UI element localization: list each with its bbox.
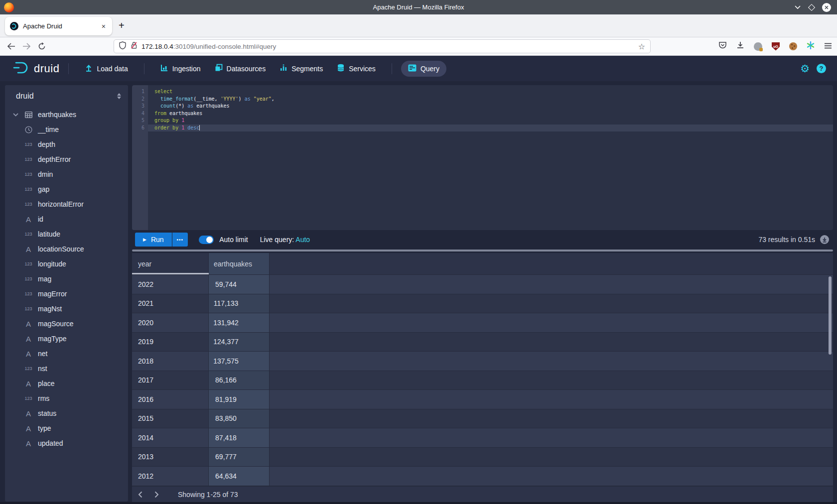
column-item-type[interactable]: Atype <box>5 421 128 436</box>
window-chevron-icon[interactable] <box>794 5 801 9</box>
tab-apache-druid[interactable]: Apache Druid × <box>5 17 112 35</box>
number-type-icon: 123 <box>22 157 35 162</box>
cell-earthquakes[interactable]: 83,850 <box>209 409 270 428</box>
line-number: 4 <box>132 110 148 118</box>
column-item-depth[interactable]: 123depth <box>5 137 128 152</box>
cell-earthquakes[interactable]: 124,377 <box>209 333 270 352</box>
column-item-latitude[interactable]: 123latitude <box>5 227 128 242</box>
cell-year[interactable]: 2022 <box>132 275 209 294</box>
column-item-updated[interactable]: Aupdated <box>5 436 128 451</box>
column-item-mag[interactable]: 123mag <box>5 271 128 286</box>
nav-services[interactable]: Services <box>330 61 383 77</box>
nav-load-data[interactable]: Load data <box>78 61 135 77</box>
next-page-icon[interactable] <box>148 491 165 498</box>
table-row: 201487,418 <box>132 428 833 448</box>
download-results-icon[interactable] <box>820 235 829 244</box>
chevron-down-icon[interactable] <box>9 113 22 117</box>
column-item-magNst[interactable]: 123magNst <box>5 301 128 316</box>
column-label: longitude <box>38 260 66 268</box>
column-item-magError[interactable]: 123magError <box>5 286 128 301</box>
extension-icon[interactable] <box>754 42 762 51</box>
back-icon[interactable] <box>7 43 15 50</box>
more-options-button[interactable]: ••• <box>172 233 188 247</box>
column-label: nst <box>38 365 47 373</box>
cell-earthquakes[interactable]: 81,919 <box>209 390 270 409</box>
nav-query[interactable]: Query <box>401 61 446 77</box>
downloads-icon[interactable] <box>736 41 744 51</box>
menu-hamburger-icon[interactable] <box>824 42 832 51</box>
vertical-scrollbar[interactable] <box>829 276 832 355</box>
cell-earthquakes[interactable]: 87,418 <box>209 428 270 447</box>
url-bar[interactable]: 172.18.0.4:30109/unified-console.html#qu… <box>114 39 651 53</box>
sort-double-caret-icon[interactable] <box>117 93 121 99</box>
column-item-gap[interactable]: 123gap <box>5 182 128 197</box>
auto-limit-toggle[interactable] <box>199 236 214 244</box>
column-item-dmin[interactable]: 123dmin <box>5 167 128 182</box>
new-tab-button[interactable]: + <box>119 20 125 30</box>
nav-ingestion[interactable]: Ingestion <box>153 61 208 77</box>
code-line: count(*) as earthquakes <box>148 103 833 110</box>
column-item-horizontalError[interactable]: 123horizontalError <box>5 197 128 212</box>
cell-year[interactable]: 2020 <box>132 313 209 332</box>
column-item-locationSource[interactable]: AlocationSource <box>5 242 128 256</box>
table-row: 201369,777 <box>132 448 833 467</box>
column-item-__time[interactable]: __time <box>5 122 128 137</box>
cell-year[interactable]: 2017 <box>132 371 209 390</box>
editor-gutter: 123456 <box>132 85 148 230</box>
column-header-earthquakes[interactable]: earthquakes <box>209 253 270 274</box>
cell-earthquakes[interactable]: 137,575 <box>209 352 270 371</box>
cell-earthquakes[interactable]: 86,166 <box>209 371 270 390</box>
prev-page-icon[interactable] <box>132 491 148 498</box>
cell-year[interactable]: 2012 <box>132 467 209 486</box>
colorways-asterisk-icon[interactable] <box>807 41 815 51</box>
druid-brand[interactable]: druid <box>13 61 59 76</box>
cell-earthquakes[interactable]: 64,634 <box>209 467 270 486</box>
sql-editor[interactable]: 123456 select time_format(__time, 'YYYY'… <box>132 85 833 230</box>
cell-year[interactable]: 2019 <box>132 333 209 352</box>
column-label: id <box>38 215 43 223</box>
editor-code[interactable]: select time_format(__time, 'YYYY') as "y… <box>148 85 833 230</box>
cell-year[interactable]: 2015 <box>132 409 209 428</box>
cell-earthquakes[interactable]: 117,133 <box>209 294 270 313</box>
column-header-year[interactable]: year <box>132 253 209 274</box>
column-item-status[interactable]: Astatus <box>5 406 128 421</box>
column-item-magType[interactable]: AmagType <box>5 331 128 346</box>
pocket-icon[interactable] <box>718 41 727 51</box>
tracking-shield-icon[interactable] <box>119 41 126 51</box>
cell-earthquakes[interactable]: 59,744 <box>209 275 270 294</box>
cell-year[interactable]: 2021 <box>132 294 209 313</box>
tab-close-icon[interactable]: × <box>100 22 107 30</box>
cell-year[interactable]: 2013 <box>132 448 209 467</box>
nav-datasources[interactable]: Datasources <box>208 61 273 77</box>
forward-icon[interactable] <box>22 43 31 50</box>
nav-segments[interactable]: Segments <box>273 61 330 77</box>
cell-earthquakes[interactable]: 69,777 <box>209 448 270 467</box>
column-label: type <box>38 424 51 432</box>
cell-year[interactable]: 2016 <box>132 390 209 409</box>
help-icon[interactable]: ? <box>817 64 826 73</box>
column-item-rms[interactable]: 123rms <box>5 391 128 406</box>
ublock-origin-icon[interactable]: uO <box>772 42 780 51</box>
column-item-depthError[interactable]: 123depthError <box>5 152 128 167</box>
cell-year[interactable]: 2018 <box>132 352 209 371</box>
cookie-extension-icon[interactable] <box>789 42 797 50</box>
live-query[interactable]: Live query: Auto <box>260 236 310 244</box>
table-item-earthquakes[interactable]: earthquakes <box>5 107 128 122</box>
reload-icon[interactable] <box>38 42 46 50</box>
column-item-longitude[interactable]: 123longitude <box>5 256 128 271</box>
bookmark-star-icon[interactable]: ☆ <box>638 42 645 51</box>
cell-year[interactable]: 2014 <box>132 428 209 447</box>
run-button[interactable]: ▶ Run <box>135 233 172 247</box>
live-query-value[interactable]: Auto <box>295 236 310 244</box>
column-item-id[interactable]: Aid <box>5 212 128 227</box>
window-close-button[interactable] <box>822 3 831 12</box>
panel-resize-divider[interactable] <box>132 250 833 252</box>
column-item-net[interactable]: Anet <box>5 346 128 361</box>
column-item-nst[interactable]: 123nst <box>5 361 128 376</box>
column-item-place[interactable]: Aplace <box>5 376 128 391</box>
window-maximize-button[interactable] <box>808 3 815 10</box>
cell-earthquakes[interactable]: 131,942 <box>209 313 270 332</box>
column-item-magSource[interactable]: AmagSource <box>5 316 128 331</box>
insecure-lock-icon[interactable] <box>131 41 138 51</box>
settings-gear-icon[interactable]: ⚙ <box>800 63 810 74</box>
